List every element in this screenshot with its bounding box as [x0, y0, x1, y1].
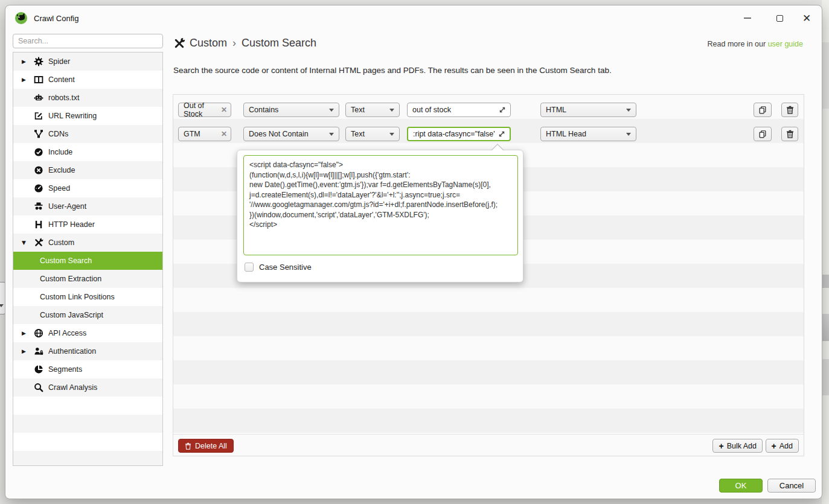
sidebar-item-spider[interactable]: ▶ Spider: [13, 53, 162, 71]
robot-icon: [34, 93, 43, 103]
sidebar-item-custom-link-positions[interactable]: Custom Link Positions: [13, 288, 162, 306]
sidebar-item-include[interactable]: Include: [13, 143, 162, 161]
sidebar-item-custom-search[interactable]: Custom Search: [13, 252, 162, 270]
operator-dropdown[interactable]: Contains: [243, 103, 339, 117]
trash-icon: [786, 130, 794, 138]
sidebar-item-api-access[interactable]: ▶ API Access: [13, 324, 162, 342]
search-rules-panel: Out of Stock✕ Contains Text out of stock…: [173, 94, 804, 456]
chevron-down-icon: [329, 133, 334, 136]
copy-icon: [758, 130, 767, 138]
sidebar-item-segments[interactable]: Segments: [13, 360, 162, 378]
expander-collapsed-icon[interactable]: ▶: [22, 348, 29, 354]
tools-icon: [34, 238, 43, 247]
operator-dropdown[interactable]: Does Not Contain: [243, 127, 339, 141]
window-title: Crawl Config: [34, 14, 78, 23]
pie-chart-icon: [34, 365, 43, 374]
search-value-input[interactable]: :ript data-cfasync="false">..: [407, 127, 511, 141]
trash-icon: [185, 442, 191, 450]
title-bar: Crawl Config ✕: [5, 5, 822, 32]
h-icon: [34, 220, 43, 229]
tools-icon: [173, 37, 185, 49]
spy-icon: [34, 202, 43, 211]
remove-chip-icon[interactable]: ✕: [221, 130, 227, 138]
chevron-down-icon: [626, 109, 631, 112]
user-guide-link[interactable]: user guide: [768, 40, 803, 48]
sidebar-item-robots-txt[interactable]: robots.txt: [13, 89, 162, 107]
scope-dropdown[interactable]: HTML Head: [540, 127, 636, 141]
expander-collapsed-icon[interactable]: ▶: [22, 330, 29, 336]
x-circle-icon: [34, 165, 43, 175]
user-lock-icon: [34, 346, 43, 356]
expander-collapsed-icon[interactable]: ▶: [22, 77, 29, 83]
plus-icon: +: [719, 441, 723, 451]
search-input[interactable]: [13, 34, 163, 48]
crawl-config-dialog: Crawl Config ✕ ▶ Spider ▶ Content robots…: [5, 5, 822, 499]
rules-footer: Delete All +Bulk Add +Add: [173, 434, 804, 456]
expand-icon[interactable]: [498, 130, 506, 138]
close-button[interactable]: ✕: [793, 9, 820, 27]
expand-icon[interactable]: [498, 106, 507, 114]
sidebar-item-authentication[interactable]: ▶ Authentication: [13, 342, 162, 360]
expander-expanded-icon[interactable]: ▼: [22, 240, 29, 246]
gauge-icon: [34, 183, 43, 193]
add-button[interactable]: +Add: [766, 439, 799, 453]
type-dropdown[interactable]: Text: [345, 127, 400, 141]
case-sensitive-checkbox[interactable]: [245, 263, 254, 272]
sidebar-item-crawl-analysis[interactable]: Crawl Analysis: [13, 378, 162, 397]
maximize-button[interactable]: [766, 9, 793, 27]
delete-rule-button[interactable]: [781, 127, 798, 141]
config-tree: ▶ Spider ▶ Content robots.txt URL Rewrit…: [13, 52, 163, 466]
network-icon: [34, 129, 43, 139]
check-circle-icon: [34, 147, 43, 157]
case-sensitive-row: Case Sensitive: [245, 263, 312, 272]
chevron-down-icon: [0, 304, 4, 307]
minimize-button[interactable]: [734, 9, 761, 27]
sidebar-item-http-header[interactable]: HTTP Header: [13, 215, 162, 234]
chevron-down-icon: [329, 109, 334, 112]
read-more-text: Read more in our user guide: [708, 40, 803, 48]
rule-name-chip[interactable]: GTM✕: [178, 127, 231, 141]
search-rule-row: Out of Stock✕ Contains Text out of stock…: [173, 95, 804, 119]
search-rule-row: GTM✕ Does Not Contain Text :ript data-cf…: [173, 119, 804, 143]
trash-icon: [786, 106, 794, 114]
expander-collapsed-icon[interactable]: ▶: [22, 59, 29, 65]
sidebar-item-custom-extraction[interactable]: Custom Extraction: [13, 270, 162, 288]
duplicate-rule-button[interactable]: [754, 127, 772, 141]
edit-icon: [34, 111, 43, 121]
columns-icon: [34, 75, 43, 85]
ok-button[interactable]: OK: [719, 479, 763, 493]
page-description: Search the source code or content of Int…: [173, 66, 612, 75]
breadcrumb-parent: Custom: [190, 37, 227, 49]
rule-name-chip[interactable]: Out of Stock✕: [178, 103, 231, 117]
sidebar-item-content[interactable]: ▶ Content: [13, 71, 162, 89]
remove-chip-icon[interactable]: ✕: [221, 106, 227, 114]
chevron-down-icon: [626, 133, 631, 136]
background-app-edge: [822, 0, 829, 504]
sidebar-item-cdns[interactable]: CDNs: [13, 125, 162, 143]
sidebar-item-speed[interactable]: Speed: [13, 179, 162, 197]
gear-icon: [34, 57, 43, 66]
scope-dropdown[interactable]: HTML: [540, 103, 636, 117]
value-editor-popup: <script data-cfasync="false"> (function(…: [237, 150, 523, 282]
value-editor-textarea[interactable]: <script data-cfasync="false"> (function(…: [243, 155, 518, 255]
chevron-down-icon: [389, 109, 394, 112]
delete-rule-button[interactable]: [781, 103, 798, 117]
search-value-input[interactable]: out of stock: [407, 103, 511, 117]
breadcrumb: Custom›Custom Search: [190, 37, 316, 49]
sidebar-item-user-agent[interactable]: User-Agent: [13, 197, 162, 215]
sidebar-item-custom-javascript[interactable]: Custom JavaScript: [13, 306, 162, 324]
sidebar-item-exclude[interactable]: Exclude: [13, 161, 162, 179]
chevron-down-icon: [389, 133, 394, 136]
duplicate-rule-button[interactable]: [754, 103, 772, 117]
delete-all-button[interactable]: Delete All: [178, 439, 234, 453]
globe-icon: [34, 328, 43, 338]
sidebar-item-url-rewriting[interactable]: URL Rewriting: [13, 107, 162, 125]
sidebar-item-custom[interactable]: ▼ Custom: [13, 234, 162, 252]
copy-icon: [758, 106, 767, 114]
bulk-add-button[interactable]: +Bulk Add: [712, 439, 763, 453]
type-dropdown[interactable]: Text: [345, 103, 400, 117]
breadcrumb-separator: ›: [227, 37, 242, 49]
plus-icon: +: [772, 441, 776, 451]
page-title: Custom Search: [242, 37, 316, 49]
cancel-button[interactable]: Cancel: [767, 479, 816, 493]
